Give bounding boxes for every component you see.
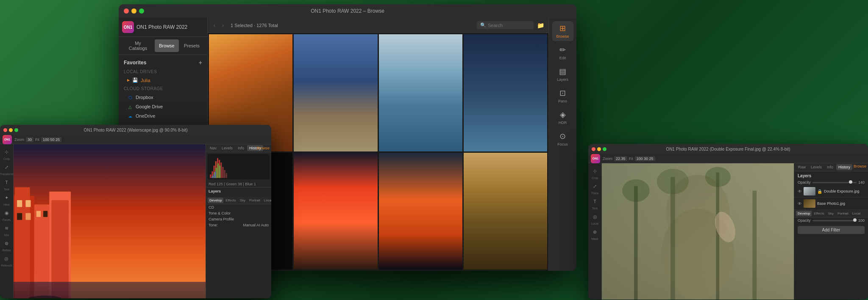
rw-local-tab[interactable]: Local	[851, 211, 862, 216]
onedrive-label: OneDrive	[136, 113, 155, 118]
close-button[interactable]	[124, 8, 129, 14]
left-maximize-button[interactable]	[14, 128, 18, 132]
favorites-add-button[interactable]: +	[199, 59, 202, 66]
tool-crop[interactable]: ⊹ Crop	[2, 147, 12, 160]
heal-icon: ✦	[2, 193, 12, 203]
tool-refine[interactable]: ⊛ Refine	[2, 238, 12, 252]
rw-tab-levels[interactable]: Levels	[809, 164, 824, 170]
sidebar-item-gdrive[interactable]: △ Google Drive	[119, 102, 207, 111]
lrp-develop-tab[interactable]: Develop	[208, 198, 223, 203]
tool-transform[interactable]: ⤢ Transform	[0, 162, 13, 176]
layers-panel-button[interactable]: ▤ Layers	[552, 64, 573, 84]
left-minimize-button[interactable]	[9, 128, 13, 132]
svg-point-54	[622, 179, 650, 202]
right-opacity-slider-2[interactable]	[812, 220, 857, 221]
rw-local-label: Local	[591, 222, 598, 225]
layer-2-name: Base Photo1.jpg	[817, 201, 865, 206]
rw-tab-history[interactable]: History	[836, 164, 852, 170]
minimize-button[interactable]	[131, 8, 136, 14]
hdr-panel-label: HDR	[559, 121, 567, 125]
rw-tool-local[interactable]: ◎ Local	[590, 212, 600, 225]
right-opacity-slider[interactable]	[812, 182, 857, 183]
left-panel-browse-button[interactable]: Browse	[257, 146, 270, 150]
lrp-tab-levels[interactable]: Levels	[220, 145, 235, 151]
focus-panel-button[interactable]: ⊙ Focus	[552, 129, 573, 149]
rw-crop-icon: ⊹	[590, 166, 600, 176]
tool-heal[interactable]: ✦ Heal	[2, 193, 12, 206]
left-cd-row: CD	[206, 204, 271, 210]
photo-cell-6[interactable]	[294, 153, 377, 270]
main-tabs: My Catalogs Browse Presets	[119, 37, 207, 55]
right-fit-values: 100 30 25	[635, 156, 655, 161]
rw-tool-mask[interactable]: ⊛ Mask	[590, 227, 600, 240]
left-window-title: ON1 Photo RAW 2022 (Waterscape.jpg @ 90.…	[83, 128, 187, 132]
nav-back-button[interactable]: ‹	[212, 22, 217, 29]
right-layer-item-2[interactable]: 👁 Base Photo1.jpg	[794, 198, 868, 210]
photo-cell-2[interactable]	[294, 34, 377, 151]
right-layer-item-1[interactable]: 👁 🔒 Double Exposure.jpg	[794, 185, 868, 198]
traffic-lights	[124, 8, 144, 14]
left-close-button[interactable]	[3, 128, 7, 132]
photo-cell-4[interactable]	[464, 34, 547, 151]
tab-my-catalogs[interactable]: My Catalogs	[122, 39, 154, 52]
right-app-icon: ON1	[591, 154, 600, 163]
right-window-title: ON1 Photo RAW 2022 (Double Exposure Fina…	[666, 147, 790, 151]
main-window-title: ON1 Photo RAW 2022 – Browse	[311, 8, 384, 14]
tab-presets[interactable]: Presets	[180, 39, 204, 52]
mix-icon: ≋	[2, 223, 12, 233]
browse-panel-button[interactable]: ⊞ Browse	[552, 21, 573, 41]
right-window-body: ⊹ Crop ⤢ Trans T Text ◎ Local ⊛ Mask	[588, 163, 868, 300]
sidebar-item-dropbox[interactable]: ⬡ Dropbox	[119, 93, 207, 102]
svg-rect-52	[716, 173, 720, 300]
fit-values: 100 50 25	[41, 137, 61, 142]
photo-cell-8[interactable]	[464, 153, 547, 270]
tool-retouch[interactable]: ◎ Retouch	[1, 253, 12, 267]
tab-browse[interactable]: Browse	[155, 39, 179, 52]
rw-portrait-tab[interactable]: Portrait	[836, 211, 850, 216]
rw-develop-tab[interactable]: Develop	[796, 211, 812, 216]
nav-forward-button[interactable]: ›	[220, 22, 225, 29]
folder-button[interactable]: 📁	[537, 22, 544, 29]
right-panel-browse-button[interactable]: Browse	[854, 164, 866, 168]
hdr-panel-button[interactable]: ◈ HDR	[552, 107, 573, 127]
lrp-local-tab[interactable]: Local	[262, 198, 271, 203]
lrp-effects-tab[interactable]: Effects	[224, 198, 237, 203]
app-name: ON1 Photo RAW 2022	[136, 24, 187, 30]
svg-rect-50	[634, 186, 638, 300]
rw-tool-text[interactable]: T Text	[590, 196, 600, 210]
lrp-tab-nav[interactable]: Nav	[208, 145, 219, 151]
browse-panel-label: Browse	[556, 34, 569, 39]
right-close-button[interactable]	[592, 147, 595, 151]
pano-panel-button[interactable]: ⊡ Pano	[552, 86, 573, 106]
rw-tab-raw[interactable]: Raw	[796, 164, 808, 170]
maximize-button[interactable]	[139, 8, 144, 14]
tool-mix[interactable]: ≋ Mix	[2, 223, 12, 237]
lrp-portrait-tab[interactable]: Portrait	[248, 198, 262, 203]
transform-icon: ⤢	[2, 162, 12, 172]
pano-panel-label: Pano	[558, 99, 567, 103]
tool-faces[interactable]: ◉ Faces	[2, 208, 12, 221]
rw-text-icon: T	[590, 196, 600, 206]
layer-1-eye-icon[interactable]: 👁	[798, 189, 802, 194]
rw-tool-crop[interactable]: ⊹ Crop	[590, 166, 600, 179]
add-filter-button[interactable]: Add Filter	[798, 226, 865, 234]
rw-tool-transform[interactable]: ⤢ Trans	[590, 181, 600, 195]
layer-2-eye-icon[interactable]: 👁	[798, 201, 802, 206]
right-maximize-button[interactable]	[603, 147, 606, 151]
search-input[interactable]	[488, 23, 530, 28]
rw-tab-info[interactable]: Info	[825, 164, 835, 170]
lrp-tab-info[interactable]: Info	[236, 145, 246, 151]
app-icon: ON1	[122, 21, 134, 33]
photo-cell-7[interactable]	[379, 153, 462, 270]
edit-panel-label: Edit	[559, 56, 566, 60]
photo-cell-3[interactable]	[379, 34, 462, 151]
crop-label: Crop	[3, 157, 10, 160]
right-minimize-button[interactable]	[597, 147, 601, 151]
sidebar-item-julia[interactable]: ▶ 💾 Julia	[119, 76, 207, 85]
lrp-sky-tab[interactable]: Sky	[238, 198, 247, 203]
edit-panel-button[interactable]: ✏ Edit	[552, 43, 573, 63]
tool-text[interactable]: T Text	[2, 177, 12, 191]
rw-effects-tab[interactable]: Effects	[812, 211, 826, 216]
sidebar-item-onedrive[interactable]: ☁ OneDrive	[119, 111, 207, 121]
rw-sky-tab[interactable]: Sky	[826, 211, 835, 216]
